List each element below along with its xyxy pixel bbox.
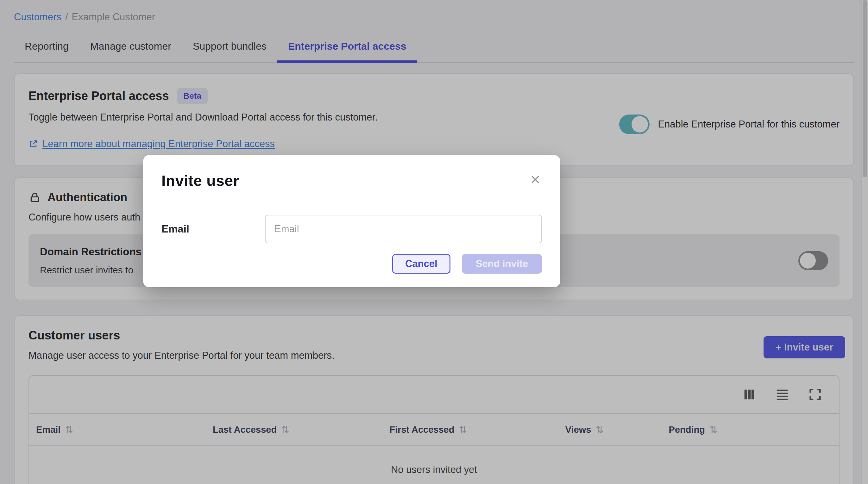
- email-label: Email: [161, 223, 265, 235]
- email-field[interactable]: [265, 215, 542, 243]
- cancel-button[interactable]: Cancel: [392, 254, 451, 273]
- invite-user-modal: Invite user ✕ Email Cancel Send invite: [143, 155, 560, 287]
- close-icon[interactable]: ✕: [529, 172, 542, 187]
- send-invite-button[interactable]: Send invite: [462, 254, 542, 273]
- modal-title: Invite user: [161, 172, 239, 190]
